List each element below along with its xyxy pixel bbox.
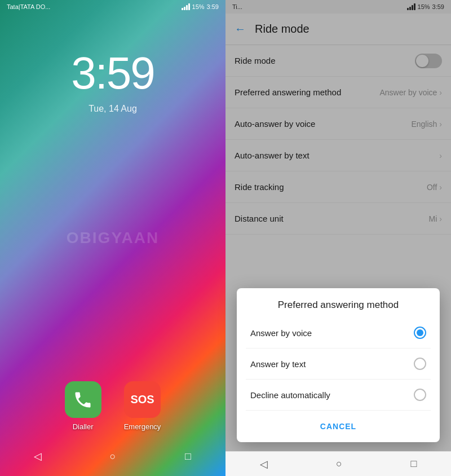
cancel-button[interactable]: CANCEL (246, 415, 431, 438)
home-nav-button[interactable]: ○ (104, 448, 121, 465)
recent-nav-button[interactable]: □ (179, 448, 196, 465)
preferred-method-dialog: Preferred answering method Answer by voi… (237, 288, 440, 442)
settings-panel: Ti... 15% 3:59 ← Ride mode Ride mode Pre… (226, 0, 451, 476)
radio-selected-indicator (417, 329, 423, 336)
lock-status-bar: Tata|TATA DO... 15% 3:59 (0, 0, 226, 14)
back-nav-button[interactable]: ◁ (29, 448, 46, 465)
settings-back-nav[interactable]: ◁ (260, 458, 268, 470)
emergency-app[interactable]: SOS Emergency (124, 381, 161, 431)
lock-date-display: Tue, 14 Aug (89, 104, 137, 114)
dialog-actions: CANCEL (237, 411, 440, 442)
decline-automatically-radio[interactable] (414, 389, 426, 401)
lock-clock: 3:59 (207, 3, 219, 10)
lock-status-right: 15% 3:59 (182, 3, 219, 10)
lock-carrier: Tata|TATA DO... (7, 3, 50, 10)
lock-screen: Tata|TATA DO... 15% 3:59 3:59 Tue, 14 Au… (0, 0, 226, 476)
dialog-overlay: Preferred answering method Answer by voi… (226, 0, 451, 476)
answer-by-voice-option[interactable]: Answer by voice (237, 318, 440, 348)
emergency-label: Emergency (124, 422, 161, 431)
sos-icon[interactable]: SOS (124, 381, 161, 418)
answer-by-voice-radio[interactable] (414, 327, 426, 339)
answer-by-text-option[interactable]: Answer by text (237, 349, 440, 379)
battery-text: 15% (192, 3, 205, 10)
settings-recent-nav[interactable]: □ (410, 458, 417, 470)
dialler-app[interactable]: Dialler (65, 381, 101, 431)
dialler-icon[interactable] (65, 381, 101, 418)
answer-by-text-label: Answer by text (250, 359, 306, 369)
decline-automatically-label: Decline automatically (250, 390, 330, 400)
settings-home-nav[interactable]: ○ (336, 458, 342, 470)
decline-automatically-option[interactable]: Decline automatically (237, 380, 440, 410)
lock-time-display: 3:59 (71, 47, 154, 99)
watermark: OBIGYAAN (67, 229, 159, 247)
answer-by-voice-label: Answer by voice (250, 328, 312, 338)
lock-apps: Dialler SOS Emergency (65, 381, 161, 431)
dialog-title: Preferred answering method (237, 288, 440, 318)
answer-by-text-radio[interactable] (414, 358, 426, 370)
settings-nav-bar: ◁ ○ □ (226, 451, 451, 476)
dialler-label: Dialler (73, 422, 94, 431)
lock-nav-bar: ◁ ○ □ (0, 448, 226, 465)
signal-icon (182, 3, 190, 10)
